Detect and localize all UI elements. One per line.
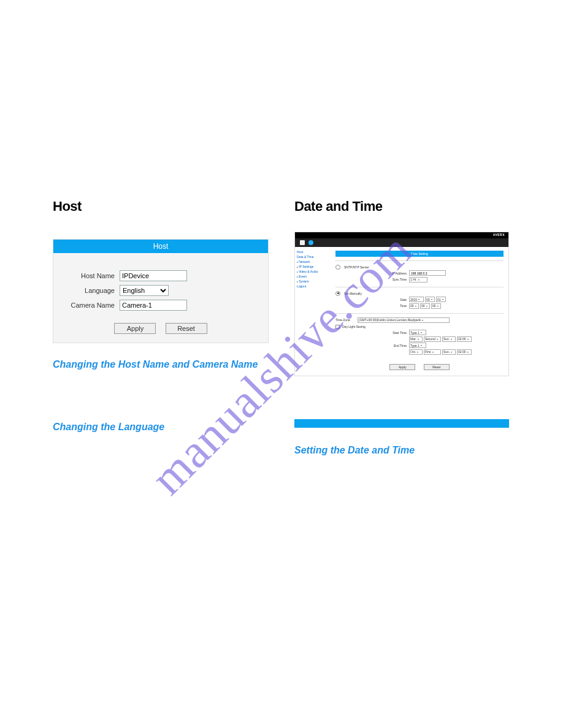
tz-label: Time Zone: [335, 318, 358, 322]
end-month-select[interactable]: Oct.: [409, 349, 423, 355]
apply-button[interactable]: Apply: [114, 323, 156, 334]
date-buttons: Apply Reset: [335, 364, 504, 370]
end-type-select[interactable]: Type 1: [409, 343, 426, 348]
nav-ip-settings[interactable]: IP Settings: [297, 264, 329, 269]
date-body: Host Date & Time Network IP Settings Vid…: [295, 247, 508, 376]
dst-label: Day Light Saving: [342, 325, 366, 328]
host-row-hostname: Host Name: [64, 270, 257, 281]
date-topbar: AVERX: [295, 232, 508, 238]
nav-host[interactable]: Host: [297, 249, 329, 254]
date-month-select[interactable]: 03: [425, 297, 435, 302]
left-column: Host Host Host Name Language English Cam…: [53, 199, 269, 433]
nav-date-time[interactable]: Date & Time: [297, 254, 329, 259]
ip-addr-label: IP Address: [372, 271, 409, 275]
date-main: Date Setting SNTP/NTP Server IP Address …: [331, 247, 508, 376]
nav-system[interactable]: System: [297, 279, 329, 284]
nav-network[interactable]: Network: [297, 259, 329, 264]
start-hour-select[interactable]: 02:00: [457, 336, 472, 342]
host-name-label: Host Name: [64, 272, 120, 279]
heading-datetime: Date and Time: [294, 199, 509, 214]
sntp-radio[interactable]: [335, 265, 340, 270]
date-nav: Host Date & Time Network IP Settings Vid…: [295, 247, 331, 376]
end-hour-select[interactable]: 02:00: [457, 349, 472, 355]
host-panel-body: Host Name Language English Camera Name A…: [53, 253, 268, 343]
nav-event[interactable]: Event: [297, 274, 329, 279]
time-hour-select[interactable]: 00: [409, 303, 419, 309]
reset-button[interactable]: Reset: [166, 323, 207, 334]
start-ord-select[interactable]: Second: [424, 336, 441, 342]
host-name-input[interactable]: [120, 270, 187, 281]
blue-strip: [294, 419, 509, 428]
date-setting-title: Date Setting: [335, 251, 504, 257]
start-month-select[interactable]: Mar.: [409, 336, 423, 342]
manual-radio[interactable]: [335, 291, 340, 296]
date-apply-button[interactable]: Apply: [389, 364, 415, 370]
sntp-section: SNTP/NTP Server IP Address Sync Time 1 H…: [335, 260, 504, 287]
camera-name-label: Camera Name: [64, 301, 120, 309]
tz-section: Time Zone (GMT+00:00)Dublin,Lisbon,Londo…: [335, 313, 504, 359]
sync-select[interactable]: 1 Hr.: [409, 277, 427, 282]
language-label: Language: [64, 287, 120, 294]
date-year-select[interactable]: 2015: [409, 297, 424, 302]
nav-logout[interactable]: Logout: [297, 284, 329, 289]
start-label: Start Time: [372, 331, 409, 335]
date-iconbar: [295, 238, 508, 247]
date-screenshot: AVERX Host Date & Time Network IP Settin…: [294, 232, 509, 376]
subhead-change-hostname: Changing the Host Name and Camera Name: [53, 358, 269, 371]
camera-name-input[interactable]: [120, 300, 187, 311]
host-buttons: Apply Reset: [64, 323, 257, 334]
time-sec-select[interactable]: 00: [431, 303, 441, 309]
end-day-select[interactable]: Sun.: [442, 349, 456, 355]
ip-addr-input[interactable]: [409, 270, 446, 276]
date-reset-button[interactable]: Reset: [424, 364, 450, 370]
folder-icon[interactable]: [300, 240, 305, 245]
host-panel: Host Host Name Language English Camera N…: [53, 239, 269, 343]
nav-video-audio[interactable]: Video & Audio: [297, 269, 329, 274]
manual-section: Set Manually Date 2015 03 01 Time 00 00: [335, 287, 504, 313]
date-day-select[interactable]: 01: [436, 297, 446, 302]
time-label: Time: [372, 304, 409, 308]
host-row-cameraname: Camera Name: [64, 300, 257, 311]
gear-icon[interactable]: [308, 240, 313, 245]
heading-host: Host: [53, 199, 269, 214]
host-panel-title: Host: [53, 240, 268, 253]
start-day-select[interactable]: Sun.: [442, 336, 456, 342]
tz-select[interactable]: (GMT+00:00)Dublin,Lisbon,London,Reykjavi…: [358, 317, 450, 323]
subhead-change-language: Changing the Language: [53, 420, 269, 434]
language-select[interactable]: English: [120, 285, 169, 296]
page: manualshive.com Host Host Host Name Lang…: [0, 0, 563, 728]
sync-label: Sync Time: [372, 278, 409, 281]
brand-label: AVERX: [493, 233, 505, 237]
end-label: End Time: [372, 344, 409, 347]
subhead-setting-date-time: Setting the Date and Time: [294, 444, 509, 457]
date-label: Date: [372, 298, 409, 301]
end-ord-select[interactable]: First: [424, 349, 441, 355]
manual-label: Set Manually: [344, 292, 362, 295]
time-min-select[interactable]: 00: [420, 303, 430, 309]
start-type-select[interactable]: Type 1: [409, 330, 426, 335]
sntp-label: SNTP/NTP Server: [344, 265, 369, 269]
dst-checkbox[interactable]: [335, 325, 340, 329]
right-column: Date and Time AVERX Host Date & Time Net…: [294, 199, 509, 457]
host-row-language: Language English: [64, 285, 257, 296]
